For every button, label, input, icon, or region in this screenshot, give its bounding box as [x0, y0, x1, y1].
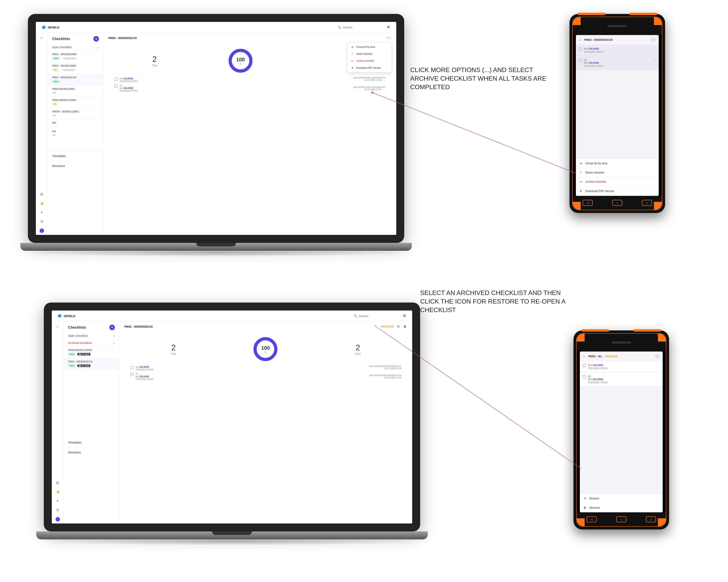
more-options-button[interactable]: ⋯ [651, 37, 656, 43]
checklist-item[interactable]: PM18-0003001126502 Done📅 11 week [64, 346, 119, 358]
checkbox-icon[interactable] [130, 366, 133, 369]
archived-checklists-toggle[interactable]: Archived checklists ⌄ [64, 339, 119, 346]
android-back-button[interactable]: ◁ [587, 516, 597, 522]
status-done: Done [68, 364, 76, 367]
menu-restore[interactable]: ⟲Restore [580, 494, 663, 503]
menu-download-pdf[interactable]: ⬇Download PDF Version [348, 64, 391, 71]
checklist-item-active[interactable]: PM02 - 000200032134 Done [48, 74, 103, 85]
android-home-button[interactable]: ○ [616, 516, 626, 522]
open-checklists-toggle[interactable]: Open checklists › [64, 332, 119, 339]
status-count: 0/0 [52, 114, 56, 117]
stat-total-num: 2 [171, 343, 176, 352]
sidebar-title: Checklists [68, 325, 86, 329]
task-sub: TOPSIDES PIPES [588, 381, 660, 384]
android-back-button[interactable]: ◁ [583, 200, 593, 206]
checklist-item-active[interactable]: PM02 - 000200032134 Done📅 11 week [64, 358, 119, 370]
list-icon[interactable]: ▤ [40, 192, 44, 196]
checklist-item[interactable]: test [48, 119, 103, 128]
android-home-button[interactable]: ○ [612, 200, 622, 206]
checkbox-icon[interactable] [130, 373, 133, 376]
task-tag: 53L0082 [589, 47, 599, 50]
revisions-nav[interactable]: Revisions [48, 161, 103, 171]
menu-group-by-area[interactable]: ≣Group list by area [576, 159, 659, 168]
search-input[interactable] [343, 26, 379, 29]
overview-icon[interactable]: ◑ [56, 490, 59, 494]
task-meta: edel.andersen@cognitedata.com23.12.2020 … [353, 76, 386, 81]
android-recent-button[interactable]: □ [646, 516, 656, 522]
checklist-item[interactable]: PM03 - 000300128601 5/67↗ Shared with 1 [48, 62, 103, 74]
revisions-nav[interactable]: Revisions [64, 447, 119, 457]
checklist-item[interactable]: PM04-000300129601 0/0 [48, 85, 103, 97]
task-item[interactable]: (1)IAA-53L0082TOPSIDES PIPES ⋯ [576, 56, 659, 70]
stat-done-num: 2 [355, 343, 361, 352]
search-input[interactable] [359, 314, 395, 318]
task-item[interactable]: (1)IAA-53L0082TOPSIDES PIPES [114, 83, 137, 93]
task-item[interactable]: IAA-53L0082TOPSIDES PIPES [114, 76, 137, 83]
action-sheet: ≣Group list by area ⤴Share checklist ▭Ar… [576, 158, 659, 196]
archived-checklists-label: Archived checklists [68, 341, 92, 345]
task-prefix: (1) [135, 373, 138, 375]
row-more-icon[interactable]: ⋯ [383, 88, 386, 90]
add-checklist-button[interactable]: + [94, 36, 99, 42]
open-checklists-toggle[interactable]: Open checklists ⌄ [48, 44, 103, 51]
task-prefix: (1) [120, 84, 122, 86]
more-options-button[interactable]: ⋯ [655, 353, 660, 359]
close-icon[interactable]: ✕ [387, 25, 390, 30]
row-more-icon[interactable]: ⋯ [383, 79, 386, 81]
more-options-button[interactable]: ⋯ [386, 36, 391, 40]
checklist-item[interactable]: PM05-0003001129601 0/5 [48, 97, 103, 108]
task-sub: TOPSIDES PIPES [584, 51, 656, 53]
checklist-item[interactable]: test 0/1 [48, 128, 103, 139]
checkbox-icon[interactable] [114, 78, 118, 81]
task-item[interactable]: (1)IAA-53L0082TOPSIDES PIPES [580, 372, 663, 387]
menu-share[interactable]: ⤴Share checklist [348, 50, 391, 57]
menu-archive[interactable]: ▭Archive checklist [348, 57, 391, 64]
checkbox-icon[interactable] [579, 48, 582, 51]
home-icon[interactable]: ⌂ [41, 36, 43, 40]
shared-tag: ↗ Shared with 1 [60, 69, 76, 71]
back-icon[interactable]: ← [582, 354, 586, 359]
close-icon[interactable]: ✕ [402, 313, 406, 318]
menu-label: Remove [590, 506, 600, 509]
menu-remove[interactable]: 🗑Remove [580, 503, 663, 512]
menu-share[interactable]: ⤴Share checklist [576, 168, 659, 177]
checklist-item[interactable]: PM006 - 0003001129601 0/0 [48, 108, 103, 119]
task-item[interactable]: IAA-53L0082TOPSIDES PIPES [130, 365, 154, 372]
checkbox-icon[interactable] [114, 84, 118, 87]
task-item[interactable]: IAA-53L0082TOPSIDES PIPES [580, 361, 663, 372]
person-icon[interactable]: ✦ [40, 210, 43, 215]
settings-icon[interactable]: ⚙ [56, 508, 59, 512]
task-item[interactable]: IAA-53L0082TOPSIDES PIPES [576, 45, 659, 56]
menu-label: Archive checklist [586, 180, 606, 183]
person-icon[interactable]: ✦ [56, 499, 59, 503]
task-item[interactable]: (1)IAA-53L0082TOPSIDES PIPES [130, 372, 154, 381]
checkbox-icon[interactable] [579, 59, 582, 62]
settings-icon[interactable]: ⚙ [40, 219, 44, 224]
list-icon[interactable]: ▤ [56, 480, 59, 485]
checklist-name: PM04-000300129601 [52, 87, 99, 90]
checklist-item[interactable]: PM02 - 000200031969 Done↗ Shared with 1 [48, 51, 103, 62]
restore-button[interactable]: ⟲ [396, 325, 400, 328]
add-checklist-button[interactable]: + [109, 325, 115, 330]
menu-group-by-area[interactable]: ≣Group list by area [348, 44, 391, 50]
back-icon[interactable]: ← [578, 37, 582, 42]
menu-label: Archive checklist [356, 59, 374, 62]
share-icon: ⤴ [579, 171, 583, 174]
home-icon[interactable]: ⌂ [56, 324, 59, 328]
row-more-icon[interactable]: ⋯ [653, 58, 656, 62]
templates-nav[interactable]: Templates [64, 437, 119, 447]
overview-icon[interactable]: ◑ [40, 201, 44, 205]
checkbox-icon[interactable] [583, 375, 586, 378]
menu-download-pdf[interactable]: ⬇Download PDF Version [576, 186, 659, 196]
task-meta: edel.andersen@cognitedata.com23.12.2020 … [353, 86, 386, 91]
task-meta: edel.andersen@cognitedata.com23.12.2020 … [369, 374, 401, 379]
templates-nav[interactable]: Templates [48, 151, 103, 161]
android-recent-button[interactable]: □ [642, 200, 652, 206]
checklist-title: PM02 - 000200032134 [108, 36, 137, 39]
collapse-rail-button[interactable]: › [56, 517, 60, 522]
checkbox-icon[interactable] [583, 364, 586, 367]
progress-value: 100 [236, 56, 245, 63]
delete-button[interactable]: 🗑 [402, 325, 408, 328]
menu-archive[interactable]: ▭Archive checklist [576, 177, 659, 186]
collapse-rail-button[interactable]: › [40, 229, 44, 233]
